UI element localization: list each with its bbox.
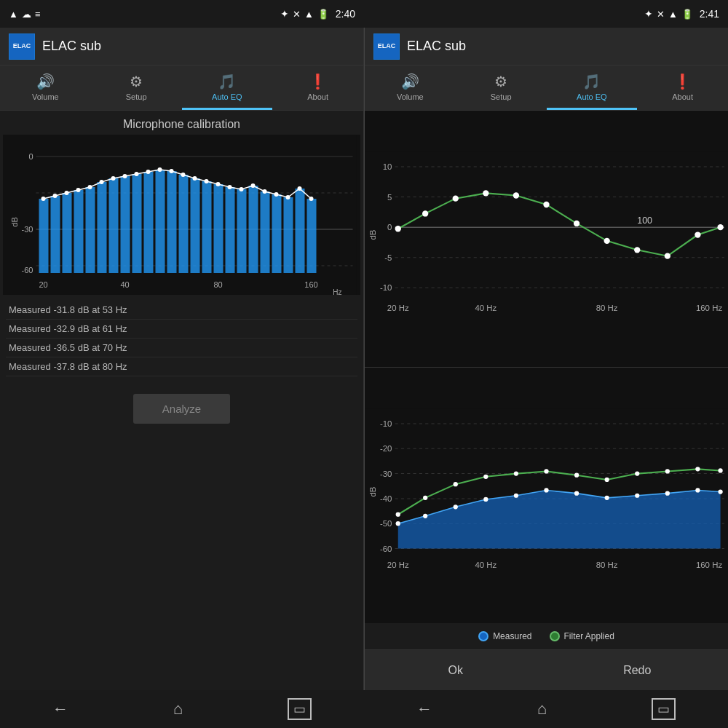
svg-point-79 xyxy=(513,192,519,198)
svg-point-124 xyxy=(574,491,579,495)
svg-point-109 xyxy=(483,474,488,478)
measured-color-dot xyxy=(478,631,488,641)
right-tab-autoeq[interactable]: 🎵 Auto EQ xyxy=(547,66,638,110)
svg-text:20: 20 xyxy=(39,280,47,289)
left-tab-autoeq[interactable]: 🎵 Auto EQ xyxy=(182,66,273,110)
svg-point-126 xyxy=(635,493,639,497)
svg-text:-30: -30 xyxy=(380,469,392,478)
svg-point-50 xyxy=(240,187,244,191)
left-tab-setup[interactable]: ⚙ Setup xyxy=(91,66,182,110)
svg-point-46 xyxy=(193,176,197,181)
svg-point-85 xyxy=(695,232,700,237)
svg-rect-15 xyxy=(109,178,119,273)
svg-rect-19 xyxy=(156,170,165,273)
right-setup-icon: ⚙ xyxy=(494,73,507,90)
right-tab-about[interactable]: ❗ About xyxy=(637,66,728,110)
filter-color-dot xyxy=(550,631,560,641)
time-left: 2:40 xyxy=(336,8,355,20)
svg-point-42 xyxy=(146,170,151,174)
redo-button[interactable]: Redo xyxy=(547,650,729,690)
home-button-right[interactable]: ⌂ xyxy=(537,700,547,719)
legend-filter-label: Filter Applied xyxy=(564,631,614,641)
svg-point-55 xyxy=(298,186,302,191)
svg-rect-16 xyxy=(121,176,130,273)
left-app-icon: ELAC xyxy=(9,33,35,60)
svg-rect-20 xyxy=(167,171,177,273)
main-panels: ELAC ELAC sub 🔊 Volume ⚙ Setup 🎵 Auto EQ… xyxy=(0,28,728,690)
svg-text:80 Hz: 80 Hz xyxy=(596,304,618,312)
svg-point-49 xyxy=(228,185,232,189)
svg-text:-10: -10 xyxy=(380,283,392,292)
home-button-left[interactable]: ⌂ xyxy=(173,700,183,719)
ok-button[interactable]: Ok xyxy=(365,650,547,690)
svg-text:-10: -10 xyxy=(380,419,392,428)
svg-rect-11 xyxy=(63,193,72,273)
chart-legend: Measured Filter Applied xyxy=(365,623,728,649)
svg-point-114 xyxy=(635,471,639,475)
svg-point-107 xyxy=(423,495,427,499)
recent-button-left[interactable]: ▭ xyxy=(288,698,312,720)
svg-text:-60: -60 xyxy=(22,266,33,274)
status-bar: ▲☁≡ ✦ ✕ ▲ 🔋 2:40 ✦ ✕ ▲ 🔋 2:41 xyxy=(0,0,728,28)
action-buttons: Ok Redo xyxy=(365,649,728,690)
svg-text:-20: -20 xyxy=(380,444,392,453)
svg-text:5: 5 xyxy=(387,193,392,202)
left-app-title: ELAC sub xyxy=(42,39,101,54)
svg-rect-31 xyxy=(296,189,305,273)
status-icons-right-panel: ✦ ✕ ▲ 🔋 2:41 xyxy=(644,8,719,20)
filter-chart: -10 -20 -30 -40 -50 -60 dB xyxy=(365,368,728,624)
svg-point-38 xyxy=(100,180,104,184)
svg-point-77 xyxy=(453,195,459,201)
svg-point-35 xyxy=(65,191,69,195)
left-tab-about[interactable]: ❗ About xyxy=(272,66,363,110)
svg-rect-26 xyxy=(237,189,247,273)
svg-rect-14 xyxy=(98,182,107,273)
svg-rect-30 xyxy=(284,197,293,273)
right-panel-body: 10 5 0 -5 -10 dB 100 xyxy=(365,111,728,690)
right-panel: ELAC ELAC sub 🔊 Volume ⚙ Setup 🎵 Auto EQ… xyxy=(365,28,728,690)
svg-rect-23 xyxy=(202,181,212,273)
svg-rect-12 xyxy=(74,190,84,273)
right-autoeq-icon: 🎵 xyxy=(582,73,601,90)
left-tab-volume[interactable]: 🔊 Volume xyxy=(0,66,91,110)
autoeq-icon: 🎵 xyxy=(218,73,236,90)
measurement-2: Measured -32.9 dB at 61 Hz xyxy=(6,320,357,339)
svg-rect-17 xyxy=(132,174,142,273)
svg-point-129 xyxy=(718,489,722,494)
svg-point-110 xyxy=(514,471,518,475)
svg-text:80 Hz: 80 Hz xyxy=(596,560,618,569)
svg-point-111 xyxy=(544,469,548,473)
status-bar-right: ✦ ✕ ▲ 🔋 2:41 xyxy=(364,0,728,28)
right-tab-setup[interactable]: ⚙ Setup xyxy=(456,66,547,110)
svg-text:40 Hz: 40 Hz xyxy=(475,560,496,569)
svg-point-47 xyxy=(205,179,209,183)
time-right: 2:41 xyxy=(700,8,719,20)
svg-text:0: 0 xyxy=(28,152,33,161)
right-tab-volume[interactable]: 🔊 Volume xyxy=(365,66,456,110)
back-button-right[interactable]: ← xyxy=(416,700,432,719)
left-tab-bar: 🔊 Volume ⚙ Setup 🎵 Auto EQ ❗ About xyxy=(0,66,363,111)
back-button-left[interactable]: ← xyxy=(52,700,68,719)
svg-rect-18 xyxy=(144,172,154,273)
svg-text:-40: -40 xyxy=(380,494,392,503)
svg-point-41 xyxy=(135,172,139,176)
svg-rect-28 xyxy=(261,191,270,273)
svg-rect-22 xyxy=(191,178,200,273)
svg-rect-13 xyxy=(86,187,95,273)
status-bar-left: ▲☁≡ ✦ ✕ ▲ 🔋 2:40 xyxy=(0,0,364,28)
svg-point-37 xyxy=(88,185,92,189)
analyze-button[interactable]: Analyze xyxy=(133,394,230,424)
svg-point-84 xyxy=(665,253,670,259)
svg-rect-27 xyxy=(249,186,258,273)
svg-point-120 xyxy=(454,505,458,509)
svg-point-53 xyxy=(274,192,279,197)
svg-rect-62 xyxy=(365,151,728,325)
svg-rect-21 xyxy=(179,175,189,273)
svg-point-119 xyxy=(423,513,427,518)
svg-point-81 xyxy=(574,221,579,226)
svg-text:-50: -50 xyxy=(380,519,392,528)
svg-point-78 xyxy=(483,190,488,196)
svg-point-44 xyxy=(170,169,174,173)
svg-point-51 xyxy=(251,183,256,188)
recent-button-right[interactable]: ▭ xyxy=(652,698,676,720)
